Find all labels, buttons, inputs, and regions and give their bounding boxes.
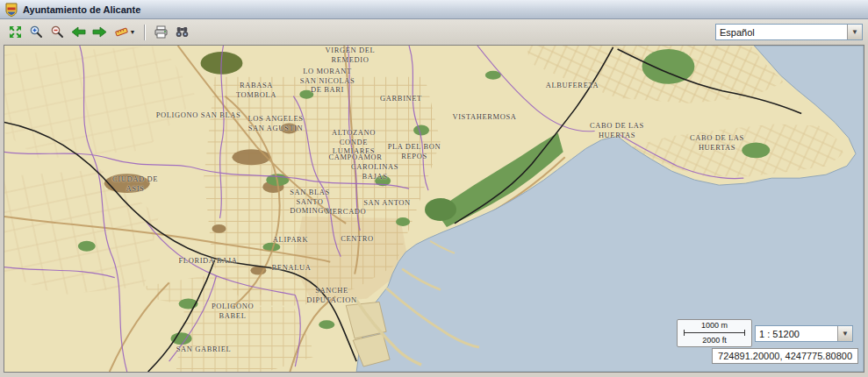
toolbar-separator <box>144 25 146 40</box>
forward-arrow-icon <box>91 25 108 39</box>
language-select-value: Español <box>716 27 755 38</box>
zoom-out-button[interactable] <box>47 23 67 42</box>
chevron-down-icon[interactable]: ▼ <box>837 326 852 341</box>
scale-select-value: 1 : 51200 <box>756 329 800 339</box>
forward-button[interactable] <box>90 23 109 42</box>
language-select[interactable]: Español ▼ <box>715 24 863 40</box>
scale-select[interactable]: 1 : 51200 ▼ <box>755 325 853 342</box>
back-button[interactable] <box>68 23 88 42</box>
window-title: Ayuntamiento de Alicante <box>23 4 140 15</box>
search-icon <box>175 25 190 39</box>
zoom-full-extent-button[interactable] <box>5 23 25 42</box>
title-bar: Ayuntamiento de Alicante <box>0 0 868 19</box>
map-frame: VIRGEN DELREMEDIOLO MORANTSAN NICOLASDE … <box>0 45 868 376</box>
scale-bar-metric: 1000 m <box>680 321 749 330</box>
measure-tool-icon <box>114 25 129 39</box>
print-button[interactable] <box>151 23 170 42</box>
map-viewport[interactable]: VIRGEN DELREMEDIOLO MORANTSAN NICOLASDE … <box>4 45 864 373</box>
zoom-in-button[interactable] <box>26 23 46 42</box>
print-icon <box>154 25 169 39</box>
back-arrow-icon <box>70 25 87 39</box>
zoom-in-icon <box>29 25 44 39</box>
scale-bar-imperial: 2000 ft <box>680 336 749 345</box>
chevron-down-icon: ▼ <box>130 29 136 35</box>
zoom-full-extent-icon <box>8 25 23 39</box>
tools-dropdown-button[interactable]: ▼ <box>111 23 139 42</box>
scale-bar: 1000 m 2000 ft <box>677 319 752 347</box>
toolbar: ▼ Es <box>0 19 868 45</box>
application-window: Ayuntamiento de Alicante <box>0 0 868 377</box>
chevron-down-icon[interactable]: ▼ <box>847 25 862 39</box>
coordinates-display: 724891.20000, 4247775.80800 <box>712 348 858 364</box>
coat-of-arms-icon <box>5 3 18 17</box>
search-button[interactable] <box>172 23 191 42</box>
zoom-out-icon <box>50 25 65 39</box>
